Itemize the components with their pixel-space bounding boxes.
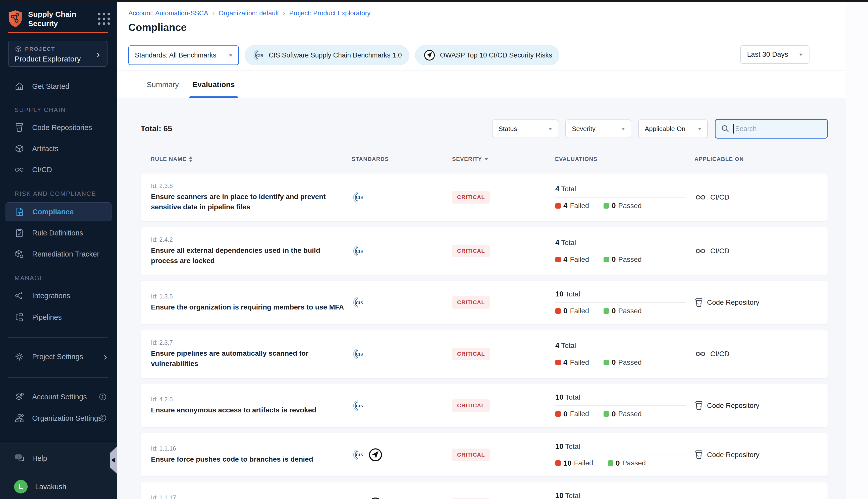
sidebar-item-organization-settings[interactable]: Organization Settings [0, 407, 117, 429]
benchmark-chip-cis[interactable]: CIS CIS Software Supply Chain Benchmarks… [245, 45, 409, 65]
clipboard-check-icon [14, 228, 25, 238]
sidebar-item-cicd[interactable]: CI/CD [0, 159, 117, 180]
breadcrumb-organization-link[interactable]: Organization: default [218, 9, 279, 17]
organization-icon [14, 413, 25, 424]
eval-passed-value: 0 [612, 410, 616, 418]
eval-passed-value: 0 [612, 358, 616, 366]
table-row[interactable]: Id: 2.3.8 Ensure scanners are in place t… [141, 173, 828, 221]
cis-logo-icon: CIS [352, 348, 365, 361]
sidebar-item-project-settings[interactable]: Project Settings › [0, 346, 117, 367]
table-row[interactable]: Id: 4.2.5 Ensure anonymous access to art… [141, 384, 828, 427]
organization-settings-info-icon[interactable] [98, 414, 107, 423]
owasp-logo-icon [369, 448, 383, 462]
chevron-down-icon: ▾ [229, 52, 232, 58]
table-header-row: RULE NAME STANDARDS SEVERITY EVALUATIONS… [141, 154, 828, 165]
column-header-evaluations[interactable]: EVALUATIONS [555, 156, 695, 162]
eval-failed-value: 4 [563, 358, 567, 366]
evaluations-cell: 10 Total 10 Failed 0 Passed [555, 491, 695, 499]
rule-name: Ensure anonymous access to artifacts is … [151, 405, 347, 415]
tab-evaluations[interactable]: Evaluations [191, 71, 236, 98]
sidebar-item-get-started[interactable]: Get Started [0, 76, 117, 97]
chevron-down-icon: ▾ [799, 52, 803, 57]
benchmark-chip-owasp[interactable]: OWASP Top 10 CI/CD Security Risks [415, 45, 559, 65]
total-count: Total: 65 [141, 124, 172, 133]
cis-logo-icon: CIS [352, 498, 365, 499]
standards-cell: CIS [352, 244, 452, 257]
gear-icon [14, 351, 25, 362]
table-row[interactable]: Id: 2.4.2 Ensure all external dependenci… [141, 227, 828, 275]
sidebar-item-remediation-tracker[interactable]: Remediation Tracker [0, 243, 117, 265]
failed-indicator [555, 203, 561, 209]
evaluations-total: 10 Total [555, 290, 695, 298]
svg-text:?: ? [17, 455, 19, 459]
evaluations-total: 4 Total [555, 185, 695, 193]
app-logo-shield-icon [8, 10, 23, 28]
chevron-down-icon: ▾ [622, 126, 625, 131]
column-header-applicable-on[interactable]: APPLICABLE ON [695, 156, 828, 162]
table-row[interactable]: Id: 1.3.5 Ensure the organization is req… [141, 281, 828, 324]
user-menu[interactable]: L Lavakush [0, 476, 117, 497]
svg-text:CIS: CIS [355, 249, 363, 254]
account-settings-info-icon[interactable] [98, 392, 107, 401]
search-input[interactable] [715, 119, 828, 138]
failed-indicator [555, 360, 561, 365]
passed-indicator [604, 257, 609, 262]
evaluations-stats: 10 Failed 0 Passed [555, 459, 695, 467]
sidebar-item-rule-definitions[interactable]: Rule Definitions [0, 222, 117, 243]
sidebar-item-compliance[interactable]: Compliance [5, 202, 111, 221]
breadcrumb-account-link[interactable]: Account: Automation-SSCA [128, 9, 208, 17]
sidebar-item-account-settings[interactable]: Account Settings [0, 386, 117, 407]
evaluations-stats: 0 Failed 0 Passed [555, 410, 695, 418]
sidebar-item-help[interactable]: ? Help [0, 448, 117, 469]
date-range-dropdown[interactable]: Last 30 Days ▾ [740, 45, 809, 64]
severity-badge: CRITICAL [452, 498, 490, 499]
severity-filter-dropdown[interactable]: Severity ▾ [565, 120, 631, 138]
column-header-standards[interactable]: STANDARDS [352, 156, 452, 162]
table-row[interactable]: Id: 2.3.7 Ensure pipelines are automatic… [141, 330, 828, 378]
sort-desc-icon [484, 158, 488, 160]
svg-text:CIS: CIS [355, 403, 363, 408]
window-top-strip [0, 0, 868, 2]
breadcrumb-project-link[interactable]: Project: Product Exploratory [289, 9, 371, 17]
svg-text:CIS: CIS [355, 453, 363, 457]
failed-indicator [555, 411, 561, 417]
main-content: Account: Automation-SSCA › Organization:… [117, 2, 846, 499]
rule-id: Id: 1.3.5 [151, 293, 352, 300]
status-filter-dropdown[interactable]: Status ▾ [492, 120, 558, 138]
sidebar-item-code-repositories[interactable]: </> Code Repositories [0, 117, 117, 138]
project-selector[interactable]: PROJECT Product Exploratory › [8, 41, 108, 67]
sidebar-item-artifacts[interactable]: Artifacts [0, 138, 117, 159]
applicable-cell: </> Code Repository [695, 401, 828, 410]
app-title: Supply Chain Security [28, 10, 86, 28]
table-row[interactable]: Id: 1.1.17 Ensure branch deletions are d… [141, 482, 828, 499]
page-title: Compliance [128, 22, 186, 33]
app-switcher-icon[interactable] [98, 13, 110, 25]
collapse-arrow-icon [111, 457, 115, 463]
standards-cell: CIS [352, 399, 452, 412]
rules-table-body: Id: 2.3.8 Ensure scanners are in place t… [141, 173, 828, 499]
evaluations-cell: 4 Total 4 Failed 0 Passed [555, 341, 695, 366]
severity-badge: CRITICAL [452, 245, 490, 257]
column-header-rule-name[interactable]: RULE NAME [151, 156, 352, 162]
applicable-on-filter-dropdown[interactable]: Applicable On ▾ [638, 120, 708, 138]
rule-id: Id: 2.3.8 [151, 182, 352, 190]
sort-icon [189, 156, 192, 162]
applicable-label: CI/CD [710, 193, 730, 201]
svg-text:CIS: CIS [355, 301, 363, 305]
eval-total-value: 10 [555, 442, 563, 450]
rule-name: Ensure the organization is requiring mem… [151, 302, 347, 313]
sidebar-item-pipelines[interactable]: Pipelines [0, 307, 117, 328]
tab-summary[interactable]: Summary [145, 71, 180, 98]
rule-name: Ensure all external dependencies used in… [151, 245, 347, 266]
failed-indicator [555, 257, 561, 262]
severity-badge: CRITICAL [452, 191, 490, 204]
column-header-severity[interactable]: SEVERITY [452, 156, 555, 162]
applicable-cell: CI/CD [695, 350, 828, 358]
project-cube-icon [14, 45, 22, 53]
evaluations-cell: 10 Total 0 Failed 0 Passed [555, 290, 695, 315]
standards-dropdown[interactable]: Standards: All Benchmarks ▾ [128, 46, 239, 65]
passed-indicator [608, 460, 613, 466]
sidebar-item-integrations[interactable]: Integrations [0, 285, 117, 306]
table-row[interactable]: Id: 1.1.16 Ensure force pushes code to b… [141, 433, 828, 477]
evaluations-stats: 0 Failed 0 Passed [555, 307, 695, 315]
